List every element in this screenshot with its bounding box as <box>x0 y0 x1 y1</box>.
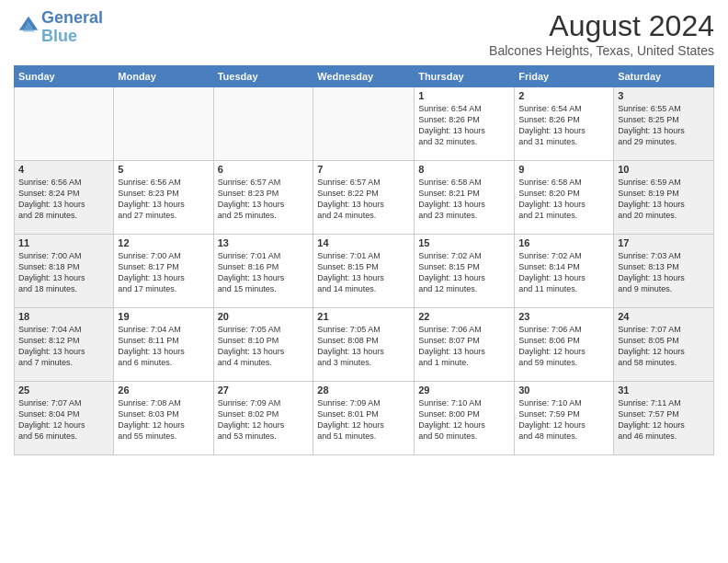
logo-icon <box>16 13 41 39</box>
subtitle: Balcones Heights, Texas, United States <box>489 43 714 58</box>
day-number: 5 <box>118 164 209 175</box>
day-number: 10 <box>618 164 710 175</box>
table-row: 11Sunrise: 7:00 AM Sunset: 8:18 PM Dayli… <box>15 235 114 308</box>
calendar-table: Sunday Monday Tuesday Wednesday Thursday… <box>14 65 714 455</box>
page-container: General Blue August 2024 Balcones Height… <box>0 0 728 465</box>
day-number: 22 <box>418 311 510 322</box>
table-row: 13Sunrise: 7:01 AM Sunset: 8:16 PM Dayli… <box>213 235 313 308</box>
main-title: August 2024 <box>489 9 714 43</box>
day-info: Sunrise: 7:07 AM Sunset: 8:04 PM Dayligh… <box>18 397 109 442</box>
table-row: 30Sunrise: 7:10 AM Sunset: 7:59 PM Dayli… <box>515 382 614 455</box>
day-info: Sunrise: 7:07 AM Sunset: 8:05 PM Dayligh… <box>618 324 710 369</box>
day-number: 11 <box>18 237 109 248</box>
table-row: 8Sunrise: 6:58 AM Sunset: 8:21 PM Daylig… <box>415 161 515 235</box>
calendar-week-row: 25Sunrise: 7:07 AM Sunset: 8:04 PM Dayli… <box>15 382 714 455</box>
day-info: Sunrise: 7:05 AM Sunset: 8:08 PM Dayligh… <box>317 324 410 369</box>
day-info: Sunrise: 7:00 AM Sunset: 8:17 PM Dayligh… <box>118 250 209 295</box>
day-number: 23 <box>518 311 609 322</box>
table-row <box>114 87 213 161</box>
day-number: 3 <box>618 90 710 101</box>
day-info: Sunrise: 7:03 AM Sunset: 8:13 PM Dayligh… <box>618 250 710 295</box>
day-number: 2 <box>518 90 609 101</box>
day-number: 29 <box>418 385 510 396</box>
logo: General Blue <box>14 9 103 46</box>
day-info: Sunrise: 7:04 AM Sunset: 8:12 PM Dayligh… <box>18 324 109 369</box>
table-row: 31Sunrise: 7:11 AM Sunset: 7:57 PM Dayli… <box>614 382 714 455</box>
day-info: Sunrise: 6:58 AM Sunset: 8:21 PM Dayligh… <box>418 177 510 222</box>
day-number: 21 <box>317 311 410 322</box>
table-row: 27Sunrise: 7:09 AM Sunset: 8:02 PM Dayli… <box>213 382 313 455</box>
day-number: 15 <box>418 237 510 248</box>
day-info: Sunrise: 7:08 AM Sunset: 8:03 PM Dayligh… <box>118 397 209 442</box>
col-thursday: Thursday <box>415 66 515 87</box>
table-row <box>15 87 114 161</box>
table-row: 7Sunrise: 6:57 AM Sunset: 8:22 PM Daylig… <box>313 161 415 235</box>
day-info: Sunrise: 6:56 AM Sunset: 8:23 PM Dayligh… <box>118 177 209 222</box>
col-tuesday: Tuesday <box>213 66 313 87</box>
page-header: General Blue August 2024 Balcones Height… <box>14 9 714 58</box>
day-number: 28 <box>317 385 410 396</box>
day-number: 18 <box>18 311 109 322</box>
day-number: 4 <box>18 164 109 175</box>
table-row: 23Sunrise: 7:06 AM Sunset: 8:06 PM Dayli… <box>515 308 614 382</box>
table-row <box>313 87 415 161</box>
col-wednesday: Wednesday <box>313 66 415 87</box>
day-info: Sunrise: 7:06 AM Sunset: 8:06 PM Dayligh… <box>518 324 609 369</box>
day-number: 6 <box>218 164 310 175</box>
title-block: August 2024 Balcones Heights, Texas, Uni… <box>489 9 714 58</box>
day-number: 13 <box>218 237 310 248</box>
table-row: 2Sunrise: 6:54 AM Sunset: 8:26 PM Daylig… <box>515 87 614 161</box>
day-info: Sunrise: 7:11 AM Sunset: 7:57 PM Dayligh… <box>618 397 710 442</box>
table-row: 25Sunrise: 7:07 AM Sunset: 8:04 PM Dayli… <box>15 382 114 455</box>
day-number: 16 <box>518 237 609 248</box>
day-info: Sunrise: 7:04 AM Sunset: 8:11 PM Dayligh… <box>118 324 209 369</box>
day-number: 27 <box>218 385 310 396</box>
day-number: 19 <box>118 311 209 322</box>
day-number: 26 <box>118 385 209 396</box>
calendar-week-row: 18Sunrise: 7:04 AM Sunset: 8:12 PM Dayli… <box>15 308 714 382</box>
day-number: 14 <box>317 237 410 248</box>
day-info: Sunrise: 6:54 AM Sunset: 8:26 PM Dayligh… <box>518 103 609 148</box>
day-info: Sunrise: 7:01 AM Sunset: 8:16 PM Dayligh… <box>218 250 310 295</box>
day-info: Sunrise: 7:02 AM Sunset: 8:14 PM Dayligh… <box>518 250 609 295</box>
table-row: 10Sunrise: 6:59 AM Sunset: 8:19 PM Dayli… <box>614 161 714 235</box>
table-row: 29Sunrise: 7:10 AM Sunset: 8:00 PM Dayli… <box>415 382 515 455</box>
table-row <box>213 87 313 161</box>
col-saturday: Saturday <box>614 66 714 87</box>
logo-text: General Blue <box>41 9 103 46</box>
day-info: Sunrise: 7:01 AM Sunset: 8:15 PM Dayligh… <box>317 250 410 295</box>
col-friday: Friday <box>515 66 614 87</box>
table-row: 24Sunrise: 7:07 AM Sunset: 8:05 PM Dayli… <box>614 308 714 382</box>
day-number: 31 <box>618 385 710 396</box>
table-row: 20Sunrise: 7:05 AM Sunset: 8:10 PM Dayli… <box>213 308 313 382</box>
table-row: 16Sunrise: 7:02 AM Sunset: 8:14 PM Dayli… <box>515 235 614 308</box>
table-row: 12Sunrise: 7:00 AM Sunset: 8:17 PM Dayli… <box>114 235 213 308</box>
table-row: 5Sunrise: 6:56 AM Sunset: 8:23 PM Daylig… <box>114 161 213 235</box>
day-info: Sunrise: 6:57 AM Sunset: 8:22 PM Dayligh… <box>317 177 410 222</box>
day-info: Sunrise: 6:59 AM Sunset: 8:19 PM Dayligh… <box>618 177 710 222</box>
table-row: 28Sunrise: 7:09 AM Sunset: 8:01 PM Dayli… <box>313 382 415 455</box>
day-number: 9 <box>518 164 609 175</box>
day-info: Sunrise: 7:02 AM Sunset: 8:15 PM Dayligh… <box>418 250 510 295</box>
table-row: 17Sunrise: 7:03 AM Sunset: 8:13 PM Dayli… <box>614 235 714 308</box>
day-info: Sunrise: 6:54 AM Sunset: 8:26 PM Dayligh… <box>418 103 510 148</box>
col-sunday: Sunday <box>15 66 114 87</box>
day-info: Sunrise: 6:56 AM Sunset: 8:24 PM Dayligh… <box>18 177 109 222</box>
day-info: Sunrise: 7:10 AM Sunset: 7:59 PM Dayligh… <box>518 397 609 442</box>
day-number: 20 <box>218 311 310 322</box>
day-number: 25 <box>18 385 109 396</box>
day-number: 12 <box>118 237 209 248</box>
calendar-header-row: Sunday Monday Tuesday Wednesday Thursday… <box>15 66 714 87</box>
table-row: 14Sunrise: 7:01 AM Sunset: 8:15 PM Dayli… <box>313 235 415 308</box>
day-number: 8 <box>418 164 510 175</box>
table-row: 21Sunrise: 7:05 AM Sunset: 8:08 PM Dayli… <box>313 308 415 382</box>
day-info: Sunrise: 7:09 AM Sunset: 8:01 PM Dayligh… <box>317 397 410 442</box>
day-info: Sunrise: 7:09 AM Sunset: 8:02 PM Dayligh… <box>218 397 310 442</box>
table-row: 22Sunrise: 7:06 AM Sunset: 8:07 PM Dayli… <box>415 308 515 382</box>
day-number: 24 <box>618 311 710 322</box>
day-info: Sunrise: 6:55 AM Sunset: 8:25 PM Dayligh… <box>618 103 710 148</box>
calendar-week-row: 1Sunrise: 6:54 AM Sunset: 8:26 PM Daylig… <box>15 87 714 161</box>
day-info: Sunrise: 7:10 AM Sunset: 8:00 PM Dayligh… <box>418 397 510 442</box>
table-row: 3Sunrise: 6:55 AM Sunset: 8:25 PM Daylig… <box>614 87 714 161</box>
table-row: 4Sunrise: 6:56 AM Sunset: 8:24 PM Daylig… <box>15 161 114 235</box>
